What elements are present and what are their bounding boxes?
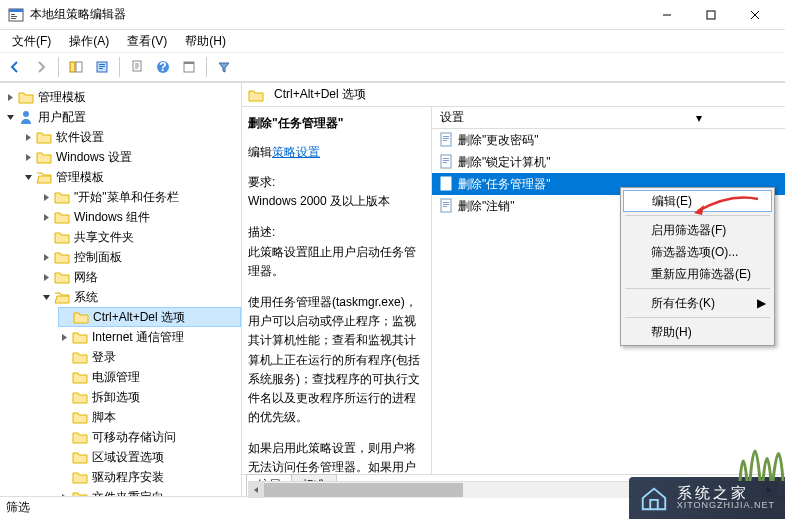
tree-label: Internet 通信管理 (92, 329, 184, 346)
collapse-icon[interactable] (4, 111, 16, 123)
expand-icon[interactable] (58, 491, 70, 496)
tree-windows-components[interactable]: Windows 组件 (40, 207, 241, 227)
column-header-setting[interactable]: 设置 (440, 109, 613, 126)
expand-icon[interactable] (40, 191, 52, 203)
tree-logon[interactable]: 登录 (58, 347, 241, 367)
menu-help[interactable]: 帮助(H) (177, 31, 234, 52)
policy-icon (438, 154, 454, 170)
refresh-button[interactable] (178, 56, 200, 78)
close-button[interactable] (733, 1, 777, 29)
ctx-edit[interactable]: 编辑(E) (623, 190, 772, 212)
list-row[interactable]: 删除"锁定计算机" (432, 151, 785, 173)
svg-rect-21 (441, 133, 451, 146)
statusbar: 筛选 (0, 496, 785, 518)
list-item-label: 删除"任务管理器" (458, 176, 551, 193)
properties-button[interactable] (91, 56, 113, 78)
tree-label: 驱动程序安装 (92, 469, 164, 486)
folder-icon (36, 130, 52, 144)
folder-icon (72, 410, 88, 424)
svg-rect-33 (441, 199, 451, 212)
ctx-label: 筛选器选项(O)... (651, 244, 738, 261)
scroll-right-button[interactable] (761, 482, 777, 498)
svg-rect-10 (76, 62, 82, 72)
back-button[interactable] (4, 56, 26, 78)
tree-software-settings[interactable]: 软件设置 (22, 127, 241, 147)
scroll-left-button[interactable] (248, 482, 264, 498)
tree-admin-templates[interactable]: 管理模板 (22, 167, 241, 187)
expand-icon[interactable] (4, 91, 16, 103)
help-button[interactable]: ? (152, 56, 174, 78)
edit-policy-link[interactable]: 策略设置 (272, 145, 320, 159)
ctx-separator (625, 215, 770, 216)
export-button[interactable] (126, 56, 148, 78)
tree-removal-opts[interactable]: 拆卸选项 (58, 387, 241, 407)
detail-title: 删除"任务管理器" (248, 115, 425, 132)
svg-rect-6 (707, 11, 715, 19)
ctx-reapply-filter[interactable]: 重新应用筛选器(E) (623, 263, 772, 285)
svg-rect-28 (443, 162, 447, 163)
right-header-path: Ctrl+Alt+Del 选项 (274, 86, 366, 103)
collapse-icon[interactable] (40, 291, 52, 303)
tree-ctrl-alt-del[interactable]: Ctrl+Alt+Del 选项 (58, 307, 241, 327)
svg-rect-25 (441, 155, 451, 168)
right-header: Ctrl+Alt+Del 选项 (242, 83, 785, 107)
list-header[interactable]: 设置 ▾ (432, 107, 785, 129)
ctx-enable-filter[interactable]: 启用筛选器(F) (623, 219, 772, 241)
tree-admin-templates-top[interactable]: 管理模板 (4, 87, 241, 107)
svg-rect-27 (443, 160, 449, 161)
svg-rect-19 (184, 62, 194, 64)
tree-label: 区域设置选项 (92, 449, 164, 466)
maximize-button[interactable] (689, 1, 733, 29)
ctx-all-tasks[interactable]: 所有任务(K)▶ (623, 292, 772, 314)
tree-shared-folders[interactable]: 共享文件夹 (40, 227, 241, 247)
forward-button[interactable] (30, 56, 52, 78)
svg-rect-22 (443, 136, 449, 137)
tree-power-mgmt[interactable]: 电源管理 (58, 367, 241, 387)
expand-icon[interactable] (40, 271, 52, 283)
tree-start-menu[interactable]: "开始"菜单和任务栏 (40, 187, 241, 207)
horizontal-scrollbar[interactable] (248, 481, 777, 497)
tree-user-config[interactable]: 用户配置 (4, 107, 241, 127)
minimize-button[interactable] (645, 1, 689, 29)
policy-icon (438, 132, 454, 148)
expand-icon[interactable] (58, 331, 70, 343)
ctx-filter-options[interactable]: 筛选器选项(O)... (623, 241, 772, 263)
folder-icon (54, 190, 70, 204)
tree-driver-install[interactable]: 驱动程序安装 (58, 467, 241, 487)
folder-icon (73, 310, 89, 324)
menu-action[interactable]: 操作(A) (61, 31, 117, 52)
scroll-thumb[interactable] (264, 483, 463, 497)
svg-rect-32 (443, 184, 447, 185)
expand-icon[interactable] (22, 131, 34, 143)
menu-view[interactable]: 查看(V) (119, 31, 175, 52)
show-hide-tree-button[interactable] (65, 56, 87, 78)
svg-rect-34 (443, 202, 449, 203)
tree-label: 可移动存储访问 (92, 429, 176, 446)
folder-open-icon (36, 170, 52, 184)
tree-control-panel[interactable]: 控制面板 (40, 247, 241, 267)
tree-label: 网络 (74, 269, 98, 286)
svg-rect-2 (11, 14, 15, 15)
tree-pane[interactable]: 管理模板 用户配置 软件设置 Windows 设置 管理模板 "开始"菜单和任务… (0, 83, 242, 496)
tree-windows-settings[interactable]: Windows 设置 (22, 147, 241, 167)
tree-scripts[interactable]: 脚本 (58, 407, 241, 427)
scroll-track[interactable] (264, 482, 761, 498)
svg-rect-13 (99, 66, 105, 67)
ctx-help[interactable]: 帮助(H) (623, 321, 772, 343)
svg-rect-31 (443, 182, 449, 183)
menu-file[interactable]: 文件(F) (4, 31, 59, 52)
svg-rect-35 (443, 204, 449, 205)
expand-icon[interactable] (40, 251, 52, 263)
tree-locale[interactable]: 区域设置选项 (58, 447, 241, 467)
collapse-icon[interactable] (22, 171, 34, 183)
tree-folder-redirect[interactable]: 文件夹重定向 (58, 487, 241, 496)
filter-button[interactable] (213, 56, 235, 78)
tree-network[interactable]: 网络 (40, 267, 241, 287)
tree-internet-comm[interactable]: Internet 通信管理 (58, 327, 241, 347)
tree-removable-storage[interactable]: 可移动存储访问 (58, 427, 241, 447)
expand-icon[interactable] (40, 211, 52, 223)
list-row[interactable]: 删除"更改密码" (432, 129, 785, 151)
expand-icon[interactable] (22, 151, 34, 163)
tree-system[interactable]: 系统 (40, 287, 241, 307)
svg-rect-36 (443, 206, 447, 207)
